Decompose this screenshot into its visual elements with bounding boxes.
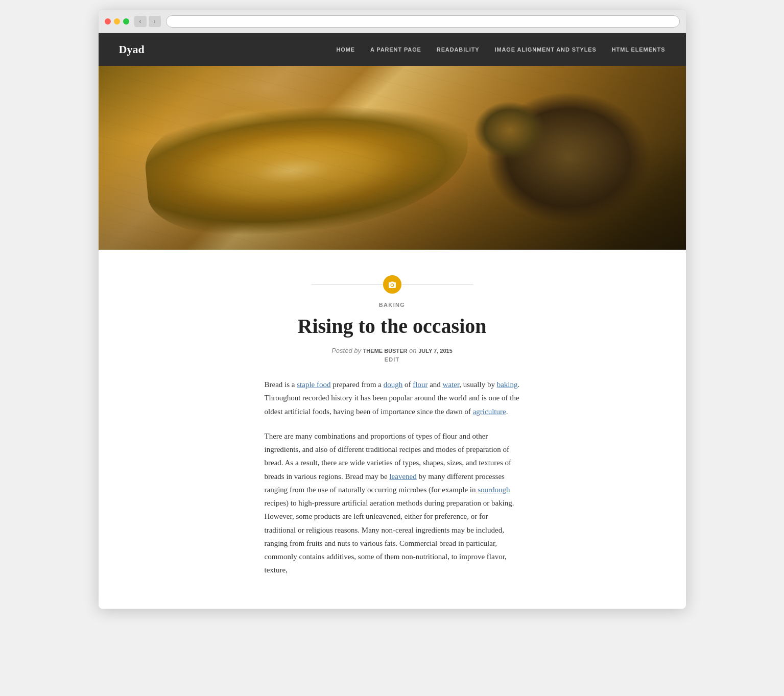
site-logo[interactable]: Dyad [119,43,145,56]
maximize-button[interactable] [123,18,129,25]
back-button[interactable]: ‹ [134,16,147,27]
link-staple-food[interactable]: staple food [297,380,330,389]
link-agriculture[interactable]: agriculture [473,407,506,416]
byline-prefix: Posted by [331,347,361,354]
edit-link[interactable]: EDIT [119,356,666,363]
paragraph-1: Bread is a staple food prepared from a d… [265,378,520,418]
forward-button[interactable]: › [149,16,161,27]
post-category[interactable]: BAKING [119,302,666,308]
nav-image-alignment[interactable]: IMAGE ALIGNMENT AND STYLES [494,46,596,53]
nav-html-elements[interactable]: HTML ELEMENTS [612,46,666,53]
divider-left [312,284,383,285]
byline-on: on [409,347,416,354]
link-sourdough[interactable]: sourdough [478,486,510,494]
minimize-button[interactable] [114,18,120,25]
divider-right [401,284,473,285]
bread-shape [140,80,474,245]
hero-image [99,66,686,250]
divider-with-icon [119,275,666,294]
site-header: Dyad HOME A PARENT PAGE READABILITY IMAG… [99,33,686,66]
link-flour[interactable]: flour [413,380,427,389]
camera-icon [383,275,401,294]
site-nav: HOME A PARENT PAGE READABILITY IMAGE ALI… [336,46,665,53]
link-water[interactable]: water [443,380,460,389]
post-title: Rising to the occasion [119,314,666,339]
nav-parent-page[interactable]: A PARENT PAGE [370,46,421,53]
address-bar[interactable] [166,15,680,28]
paragraph-2: There are many combinations and proporti… [265,429,520,577]
traffic-lights [105,18,129,25]
article-content: Bread is a staple food prepared from a d… [265,378,520,577]
close-button[interactable] [105,18,111,25]
article-meta: BAKING Rising to the occasion Posted by … [119,275,666,363]
nav-home[interactable]: HOME [336,46,355,53]
link-baking[interactable]: baking [497,380,518,389]
post-date: JULY 7, 2015 [418,348,453,354]
link-leavened[interactable]: leavened [389,472,416,481]
nav-buttons: ‹ › [134,16,161,27]
browser-chrome: ‹ › [99,10,686,33]
nav-readability[interactable]: READABILITY [437,46,480,53]
post-author[interactable]: THEME BUSTER [363,348,408,354]
browser-window: ‹ › Dyad HOME A PARENT PAGE READABILITY … [99,10,686,609]
post-byline: Posted by THEME BUSTER on JULY 7, 2015 [119,347,666,354]
link-dough[interactable]: dough [384,380,403,389]
article-area: BAKING Rising to the occasion Posted by … [99,250,686,609]
